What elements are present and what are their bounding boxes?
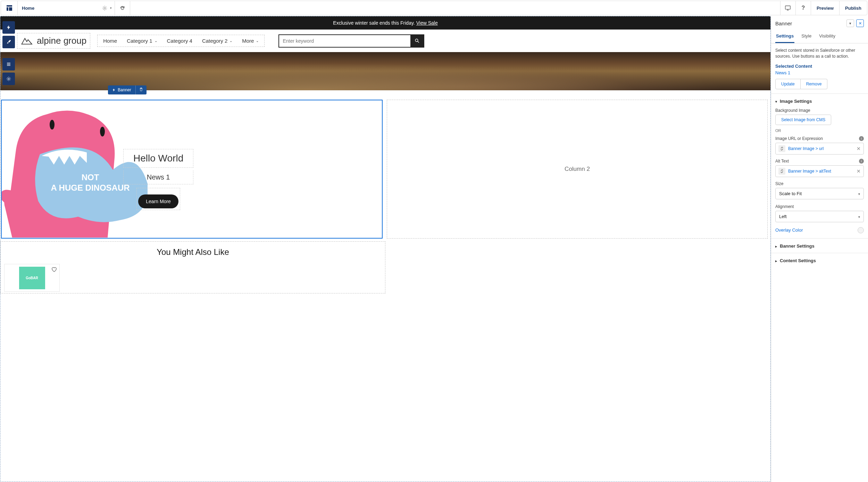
- tab-visibility[interactable]: Visibility: [818, 31, 836, 43]
- svg-point-7: [50, 120, 55, 130]
- banner-subtitle[interactable]: News 1: [123, 171, 193, 184]
- builder-top-toolbar: Home ▾ ? Preview Publish: [1, 1, 867, 15]
- search-input[interactable]: [279, 38, 410, 44]
- link-icon: [778, 168, 785, 175]
- chevron-down-icon: ⌄: [229, 39, 232, 43]
- nav-more[interactable]: More ⌄: [242, 38, 259, 44]
- nav-category-1[interactable]: Category 1 ⌄: [127, 38, 157, 44]
- component-tag: Banner: [108, 85, 147, 94]
- divider: [771, 238, 868, 239]
- gear-icon[interactable]: [102, 6, 107, 11]
- svg-rect-0: [7, 5, 12, 7]
- refresh-button[interactable]: [115, 1, 130, 15]
- image-url-label: Image URL or Expression i: [775, 136, 864, 141]
- alt-text-field[interactable]: Banner Image > altText ✕: [775, 165, 864, 177]
- desktop-view-button[interactable]: [780, 1, 795, 15]
- alignment-value: Left: [779, 214, 858, 219]
- nav-category-4[interactable]: Category 4: [167, 38, 192, 44]
- or-text: OR: [775, 128, 864, 133]
- column-2-placeholder[interactable]: Column 2: [387, 100, 768, 239]
- tab-style[interactable]: Style: [801, 31, 812, 43]
- components-button[interactable]: [2, 21, 15, 34]
- product-card[interactable]: GoBAR: [4, 264, 60, 292]
- banner-title[interactable]: Hello World: [123, 149, 193, 168]
- svg-text:NOT: NOT: [82, 173, 99, 182]
- page-name-display[interactable]: Home: [18, 1, 99, 15]
- panel-tabs: Settings Style Visibility: [771, 31, 868, 43]
- clear-alt-text-button[interactable]: ✕: [857, 168, 861, 174]
- overlay-color-label[interactable]: Overlay Color: [775, 227, 858, 233]
- toolbar-left: Home ▾: [1, 1, 130, 15]
- heart-icon[interactable]: [51, 266, 57, 273]
- left-rail: [2, 21, 15, 85]
- banner-component[interactable]: NOT A HUGE DINOSAUR Hello World News 1 L…: [1, 100, 383, 239]
- gear-icon: [6, 76, 11, 81]
- you-might-also-like: You Might Also Like GoBAR: [0, 241, 385, 293]
- banner-cta-button[interactable]: Learn More: [138, 194, 178, 208]
- clear-image-url-button[interactable]: ✕: [857, 146, 861, 151]
- overlay-color-swatch[interactable]: [858, 227, 864, 233]
- help-icon: ?: [802, 5, 805, 11]
- theme-button[interactable]: [2, 36, 15, 48]
- builder-logo[interactable]: [1, 1, 18, 15]
- divider: [771, 253, 868, 253]
- nav-category-2[interactable]: Category 2 ⌄: [202, 38, 232, 44]
- settings-button[interactable]: [2, 73, 15, 85]
- svg-rect-4: [785, 6, 790, 9]
- panel-header: Banner ▾ ✕: [771, 16, 868, 31]
- nav-home[interactable]: Home: [103, 38, 117, 44]
- update-content-button[interactable]: Update: [775, 79, 801, 89]
- alt-text-label: Alt Text i: [775, 159, 864, 164]
- panel-close-button[interactable]: ✕: [856, 19, 864, 27]
- panel-body: Select content stored in Salesforce or o…: [771, 43, 868, 482]
- help-button[interactable]: ?: [795, 1, 811, 15]
- info-icon[interactable]: i: [859, 136, 864, 141]
- site-logo[interactable]: alpine group: [17, 33, 90, 49]
- search-box: [278, 34, 424, 48]
- trash-icon: [139, 88, 143, 91]
- search-button[interactable]: [410, 35, 424, 47]
- promo-link[interactable]: View Sale: [416, 20, 438, 26]
- close-icon: ✕: [859, 21, 862, 26]
- site-header: alpine group Home Category 1 ⌄ Category …: [0, 30, 770, 52]
- tab-settings[interactable]: Settings: [775, 31, 794, 43]
- lightning-icon: [112, 88, 116, 92]
- image-settings-accordion[interactable]: Image Settings: [775, 99, 864, 104]
- publish-button[interactable]: Publish: [839, 1, 867, 15]
- component-delete-button[interactable]: [135, 85, 147, 94]
- panel-description: Select content stored in Salesforce or o…: [775, 48, 864, 59]
- banner-settings-accordion[interactable]: Banner Settings: [775, 243, 864, 249]
- size-label: Size: [775, 181, 864, 186]
- dropdown-caret-icon[interactable]: ▾: [110, 6, 112, 10]
- layout-icon: [6, 5, 13, 11]
- svg-rect-1: [7, 7, 8, 11]
- lightning-icon: [6, 25, 11, 30]
- caret-down-icon: [858, 214, 860, 219]
- image-url-field[interactable]: Banner Image > url ✕: [775, 143, 864, 155]
- column-2-text: Column 2: [565, 166, 590, 173]
- paintbrush-icon: [6, 40, 11, 44]
- component-tag-label[interactable]: Banner: [108, 85, 135, 94]
- mountain-icon: [21, 37, 34, 45]
- alignment-select[interactable]: Left: [775, 211, 864, 222]
- caret-down-icon: [858, 191, 860, 196]
- alt-text-value: Banner Image > altText: [788, 169, 854, 174]
- svg-text:A HUGE DINOSAUR: A HUGE DINOSAUR: [51, 183, 130, 192]
- content-settings-accordion[interactable]: Content Settings: [775, 258, 864, 263]
- refresh-icon: [120, 6, 125, 11]
- svg-point-8: [100, 127, 105, 136]
- columns-row: Banner NOT A HUGE DINOSAUR: [0, 90, 770, 239]
- page-structure-button[interactable]: [2, 58, 15, 70]
- info-icon[interactable]: i: [859, 159, 864, 164]
- svg-rect-2: [9, 7, 12, 11]
- banner-content: Hello World News 1 Learn More: [123, 149, 193, 210]
- size-select[interactable]: Scale to Fit: [775, 188, 864, 199]
- content-button-group: Update Remove: [775, 79, 864, 89]
- preview-button[interactable]: Preview: [811, 1, 839, 15]
- panel-dropdown-button[interactable]: ▾: [846, 19, 854, 27]
- select-image-button[interactable]: Select Image from CMS: [775, 115, 831, 125]
- chevron-right-icon: [775, 258, 777, 263]
- toolbar-right: ? Preview Publish: [780, 1, 867, 15]
- chevron-down-icon: [775, 99, 777, 104]
- remove-content-button[interactable]: Remove: [801, 79, 828, 89]
